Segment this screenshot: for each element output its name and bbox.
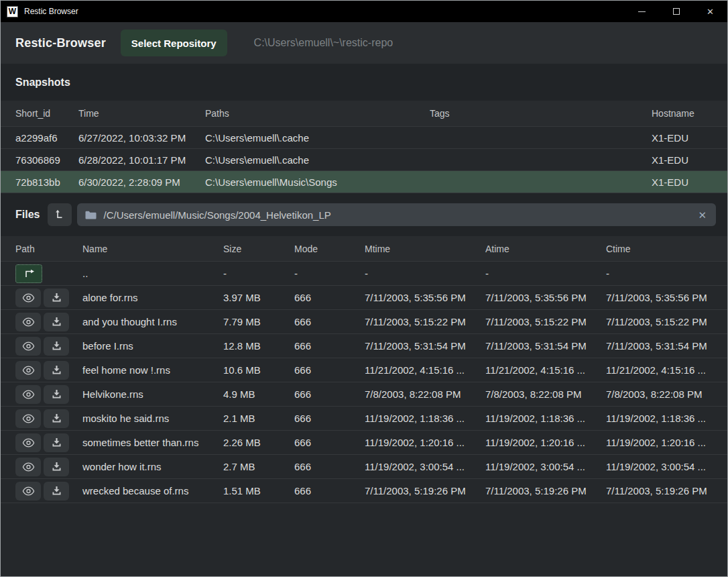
clear-path-button[interactable]: ✕ (696, 210, 708, 220)
file-size: 2.7 MB (223, 461, 294, 472)
download-icon (52, 317, 62, 327)
snapshot-row[interactable]: a2299af66/27/2022, 10:03:32 PMC:\Users\e… (1, 127, 727, 149)
minimize-icon (638, 11, 646, 12)
empty-area (1, 503, 727, 576)
file-size: - (223, 268, 294, 279)
preview-file-button[interactable] (15, 313, 41, 331)
file-size: 10.6 MB (223, 364, 294, 376)
file-name: moskito he said.rns (82, 413, 223, 424)
file-size: 1.51 MB (223, 485, 294, 496)
preview-file-button[interactable] (15, 409, 41, 428)
window-titlebar[interactable]: W Restic Browser ✕ (1, 1, 727, 22)
file-name: feel home now !.rns (82, 364, 223, 376)
snapshot-time: 6/30/2022, 2:28:09 PM (78, 176, 205, 188)
files-col-mode: Mode (294, 244, 365, 254)
preview-file-button[interactable] (15, 458, 41, 476)
files-section-title: Files (15, 209, 40, 221)
download-icon (52, 365, 62, 375)
current-path-text: /C/Users/emuell/Music/Songs/2004_Helveti… (103, 209, 330, 221)
file-mode: 666 (294, 364, 365, 376)
current-path-input[interactable]: /C/Users/emuell/Music/Songs/2004_Helveti… (77, 203, 716, 226)
file-mtime: 7/8/2003, 8:22:08 PM (365, 388, 485, 400)
file-mtime: 7/11/2003, 5:15:22 PM (365, 316, 485, 327)
file-row: sometimes better than.rns2.26 MB66611/19… (1, 431, 727, 455)
file-atime: 11/19/2002, 1:18:36 ... (485, 413, 606, 424)
file-atime: 11/21/2002, 4:15:16 ... (485, 364, 606, 376)
file-mtime: 11/21/2002, 4:15:16 ... (365, 364, 485, 376)
files-col-size: Size (223, 244, 294, 254)
download-icon (52, 293, 62, 303)
preview-file-button[interactable] (15, 337, 41, 356)
snapshots-table-header: Short_id Time Paths Tags Hostname (1, 101, 727, 127)
parent-directory-row: ..----- (1, 262, 727, 286)
eye-icon (22, 317, 35, 327)
maximize-button[interactable] (659, 1, 693, 22)
file-actions (15, 433, 82, 452)
file-size: 2.26 MB (223, 437, 294, 448)
close-icon: ✕ (707, 7, 714, 16)
go-to-parent-button[interactable] (15, 264, 42, 283)
snapshots-title-row: Snapshots (1, 64, 727, 101)
preview-file-button[interactable] (15, 361, 41, 380)
download-icon (52, 389, 62, 399)
snapshot-row[interactable]: 763068696/28/2022, 10:01:17 PMC:\Users\e… (1, 149, 727, 171)
folder-icon (85, 211, 97, 219)
file-name: .. (82, 268, 223, 279)
download-file-button[interactable] (44, 458, 69, 476)
download-file-button[interactable] (44, 337, 69, 356)
tree-view-icon (55, 209, 64, 221)
snapshot-paths: C:\Users\emuell\.cache (205, 154, 430, 166)
preview-file-button[interactable] (15, 482, 41, 501)
download-file-button[interactable] (44, 361, 69, 380)
files-col-name: Name (82, 244, 223, 254)
window-title: Restic Browser (24, 7, 78, 16)
snapshot-hostname: X1-EDU (652, 176, 713, 188)
snapshot-row[interactable]: 72b813bb6/30/2022, 2:28:09 PMC:\Users\em… (1, 171, 727, 193)
preview-file-button[interactable] (15, 433, 41, 452)
file-atime: 7/11/2003, 5:31:54 PM (485, 340, 606, 352)
file-row: before I.rns12.8 MB6667/11/2003, 5:31:54… (1, 334, 727, 358)
download-icon (52, 341, 62, 351)
files-toolbar: Files /C/Users/emuell/Music/Songs/2004_H… (1, 193, 727, 236)
snapshot-time: 6/27/2022, 10:03:32 PM (78, 132, 205, 144)
eye-icon (22, 438, 35, 448)
file-actions (15, 385, 82, 404)
file-mode: 666 (294, 316, 365, 327)
snapshot-hostname: X1-EDU (652, 132, 713, 144)
file-atime: 7/8/2003, 8:22:08 PM (485, 388, 606, 400)
file-atime: 11/19/2002, 3:00:54 ... (485, 461, 606, 472)
snapshot-hostname: X1-EDU (652, 154, 713, 166)
files-col-mtime: Mtime (365, 244, 485, 254)
preview-file-button[interactable] (15, 288, 41, 307)
app-logo-icon: W (7, 6, 18, 17)
download-file-button[interactable] (44, 409, 69, 428)
file-name: before I.rns (82, 340, 223, 352)
file-mtime: 7/11/2003, 5:35:56 PM (365, 292, 485, 303)
file-actions (15, 409, 82, 428)
download-file-button[interactable] (44, 288, 69, 307)
file-mode: 666 (294, 461, 365, 472)
file-size: 4.9 MB (223, 388, 294, 400)
file-mode: 666 (294, 437, 365, 448)
file-mtime: 11/19/2002, 3:00:54 ... (365, 461, 485, 472)
eye-icon (22, 462, 35, 472)
file-row: and you thought I.rns7.79 MB6667/11/2003… (1, 310, 727, 334)
snapshots-col-tags: Tags (430, 108, 652, 119)
file-row: wrecked because of.rns1.51 MB6667/11/200… (1, 479, 727, 503)
download-file-button[interactable] (44, 482, 69, 501)
preview-file-button[interactable] (15, 385, 41, 404)
window-controls: ✕ (625, 1, 727, 22)
select-repository-button[interactable]: Select Repository (121, 30, 227, 56)
close-button[interactable]: ✕ (693, 1, 727, 22)
app-title: Restic-Browser (15, 36, 106, 50)
file-mode: 666 (294, 388, 365, 400)
download-file-button[interactable] (44, 313, 69, 331)
tree-view-toggle-button[interactable] (48, 203, 72, 226)
file-mtime: 11/19/2002, 1:18:36 ... (365, 413, 485, 424)
files-table-body: ..-----alone for.rns3.97 MB6667/11/2003,… (1, 262, 727, 503)
file-mtime: 7/11/2003, 5:19:26 PM (365, 485, 485, 496)
download-file-button[interactable] (44, 385, 69, 404)
download-file-button[interactable] (44, 433, 69, 452)
minimize-button[interactable] (625, 1, 659, 22)
file-atime: 11/19/2002, 1:20:16 ... (485, 437, 606, 448)
